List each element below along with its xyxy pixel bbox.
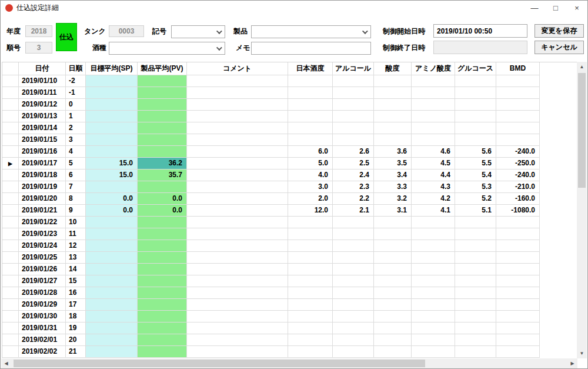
grid-cell[interactable]: 2019/01/16 [19, 146, 66, 158]
tank-field[interactable] [109, 25, 144, 37]
product-combobox[interactable] [251, 25, 371, 38]
grid-cell[interactable] [138, 287, 187, 299]
grid-cell[interactable]: 2019/01/25 [19, 252, 66, 264]
grid-cell[interactable] [374, 299, 412, 311]
grid-cell[interactable]: 2.5 [333, 158, 374, 169]
grid-cell[interactable] [455, 252, 496, 264]
grid-cell[interactable] [412, 323, 455, 334]
grid-cell[interactable] [86, 240, 138, 252]
grid-cell[interactable] [187, 228, 288, 240]
horizontal-scrollbar[interactable]: ◀ ▶ [1, 358, 577, 368]
grid-cell[interactable] [333, 122, 374, 134]
grid-cell[interactable] [288, 252, 333, 264]
grid-cell[interactable] [288, 287, 333, 299]
grid-cell[interactable] [496, 217, 540, 228]
grid-cell[interactable]: 2019/02/01 [19, 334, 66, 346]
grid-cell[interactable] [187, 205, 288, 217]
grid-cell[interactable] [496, 134, 540, 146]
grid-cell[interactable]: 1 [66, 111, 86, 122]
grid-cell[interactable] [138, 334, 187, 346]
row-header[interactable] [2, 240, 19, 252]
grid-cell[interactable] [374, 334, 412, 346]
grid-cell[interactable] [455, 334, 496, 346]
grid-cell[interactable]: 2019/01/10 [19, 75, 66, 87]
grid-cell[interactable] [412, 228, 455, 240]
grid-cell[interactable] [455, 346, 496, 358]
grid-cell[interactable] [288, 87, 333, 99]
grid-cell[interactable] [374, 323, 412, 334]
grid-cell[interactable] [187, 169, 288, 181]
grid-cell[interactable] [455, 275, 496, 287]
grid-cell[interactable]: 3.2 [374, 193, 412, 205]
grid-cell[interactable] [455, 87, 496, 99]
grid-cell[interactable] [187, 252, 288, 264]
row-header[interactable] [2, 193, 19, 205]
grid-cell[interactable] [455, 217, 496, 228]
grid-cell[interactable]: 7 [66, 181, 86, 193]
grid-cell[interactable] [333, 287, 374, 299]
grid-cell[interactable] [496, 311, 540, 323]
grid-cell[interactable]: 18 [66, 311, 86, 323]
grid-cell[interactable] [374, 240, 412, 252]
grid-cell[interactable]: -2 [66, 75, 86, 87]
grid-cell[interactable]: -240.0 [496, 169, 540, 181]
grid-cell[interactable] [412, 122, 455, 134]
grid-cell[interactable]: 0.0 [138, 193, 187, 205]
grid-cell[interactable] [496, 87, 540, 99]
grid-cell[interactable] [333, 334, 374, 346]
column-header[interactable]: アミノ酸度 [412, 62, 455, 75]
grid-cell[interactable]: 2019/01/27 [19, 275, 66, 287]
grid-cell[interactable] [86, 346, 138, 358]
grid-cell[interactable]: 15.0 [86, 169, 138, 181]
grid-cell[interactable] [374, 99, 412, 111]
grid-cell[interactable] [374, 134, 412, 146]
grid-cell[interactable]: -240.0 [496, 146, 540, 158]
maximize-button[interactable]: □ [545, 1, 566, 15]
grid-cell[interactable] [333, 111, 374, 122]
grid-cell[interactable] [496, 264, 540, 275]
grid-cell[interactable]: 2019/01/21 [19, 205, 66, 217]
grid-cell[interactable] [138, 217, 187, 228]
grid-cell[interactable] [288, 240, 333, 252]
grid-cell[interactable] [288, 99, 333, 111]
grid-cell[interactable]: 2019/01/31 [19, 323, 66, 334]
grid-cell[interactable] [288, 275, 333, 287]
grid-cell[interactable]: 12 [66, 240, 86, 252]
grid-cell[interactable]: 3.6 [374, 146, 412, 158]
ctrl-end-field[interactable] [433, 41, 527, 54]
cancel-button[interactable]: キャンセル [534, 41, 584, 54]
grid-cell[interactable] [333, 99, 374, 111]
grid-cell[interactable]: 2.1 [333, 205, 374, 217]
grid-cell[interactable] [496, 299, 540, 311]
grid-cell[interactable] [412, 240, 455, 252]
grid-cell[interactable] [374, 217, 412, 228]
column-header[interactable]: グルコース [455, 62, 496, 75]
grid-cell[interactable]: 2019/01/13 [19, 111, 66, 122]
row-header[interactable] [2, 346, 19, 358]
grid-cell[interactable] [288, 346, 333, 358]
grid-cell[interactable] [496, 111, 540, 122]
grid-cell[interactable] [455, 134, 496, 146]
scroll-right-icon[interactable]: ▶ [567, 358, 577, 368]
grid-cell[interactable]: 4 [66, 146, 86, 158]
grid-cell[interactable] [374, 75, 412, 87]
grid-cell[interactable] [412, 275, 455, 287]
column-header[interactable]: BMD [496, 62, 540, 75]
grid-cell[interactable] [333, 240, 374, 252]
column-header[interactable]: アルコール [333, 62, 374, 75]
grid-cell[interactable]: 16 [66, 287, 86, 299]
column-header[interactable]: 目標平均(SP) [86, 62, 138, 75]
grid-cell[interactable] [187, 334, 288, 346]
grid-cell[interactable]: 2.4 [333, 169, 374, 181]
grid-cell[interactable]: 2019/01/18 [19, 169, 66, 181]
grid-cell[interactable] [86, 334, 138, 346]
grid-cell[interactable] [86, 299, 138, 311]
grid-cell[interactable]: 2.2 [333, 193, 374, 205]
grid-cell[interactable]: 5.5 [455, 158, 496, 169]
grid-cell[interactable]: 4.0 [288, 169, 333, 181]
grid-cell[interactable] [333, 264, 374, 275]
grid-cell[interactable]: 0.0 [138, 205, 187, 217]
grid-cell[interactable]: 2019/01/22 [19, 217, 66, 228]
grid-cell[interactable] [412, 334, 455, 346]
symbol-combobox[interactable] [171, 25, 225, 38]
